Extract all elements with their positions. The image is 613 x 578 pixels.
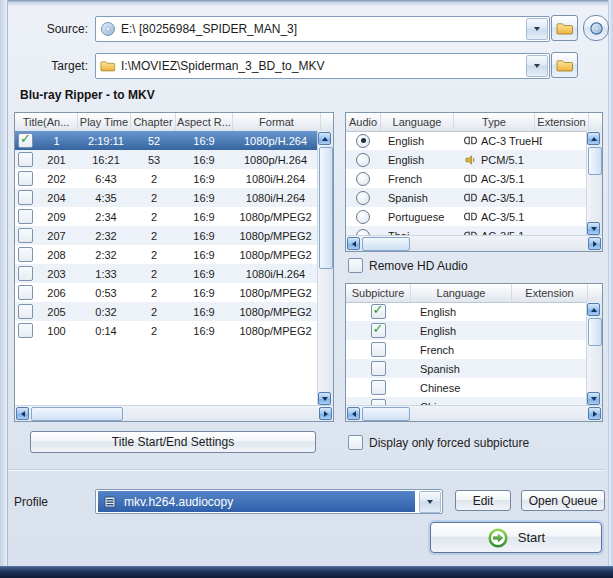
column-header[interactable]: Language	[411, 284, 512, 302]
audio-row[interactable]: EnglishPCM/5.1	[346, 150, 587, 169]
title-checkbox[interactable]	[18, 247, 33, 262]
title-row[interactable]: 1000:14216:91080p/MPEG2	[15, 321, 318, 340]
horizontal-scroll-thumb[interactable]	[362, 407, 410, 421]
title-row[interactable]: 2050:32216:91080p/MPEG2	[15, 302, 318, 321]
subpicture-checkbox[interactable]	[371, 323, 386, 338]
title-checkbox[interactable]	[18, 323, 33, 338]
scroll-down-button[interactable]	[318, 392, 331, 405]
audio-table-header: AudioLanguageTypeExtension	[346, 113, 602, 132]
subpicture-checkbox[interactable]	[371, 304, 386, 319]
vertical-scrollbar[interactable]	[317, 131, 333, 406]
subpicture-row[interactable]: Spanish	[346, 359, 587, 378]
target-dropdown-button[interactable]	[526, 55, 548, 77]
title-checkbox[interactable]	[18, 152, 33, 167]
title-row[interactable]: 12:19:115216:91080p/H.264	[15, 131, 318, 150]
subpicture-row[interactable]: French	[346, 340, 587, 359]
audio-radio-cell	[346, 207, 380, 226]
audio-row[interactable]: EnglishAC-3 TrueHD	[346, 131, 587, 150]
horizontal-scrollbar[interactable]	[346, 405, 602, 421]
title-row[interactable]: 2060:53216:91080p/MPEG2	[15, 283, 318, 302]
source-combo[interactable]: E:\ [80256984_SPIDER_MAN_3]	[95, 16, 550, 42]
scroll-left-button[interactable]	[347, 407, 360, 420]
subpicture-extension-cell	[520, 321, 587, 340]
title-start-end-settings-button[interactable]: Title Start/End Settings	[30, 431, 316, 453]
audio-radio[interactable]	[356, 134, 370, 148]
vertical-scroll-thumb[interactable]	[319, 147, 333, 269]
subpicture-checkbox[interactable]	[371, 380, 386, 395]
title-row[interactable]: 2031:33216:91080i/H.264	[15, 264, 318, 283]
open-queue-button[interactable]: Open Queue	[521, 490, 605, 511]
title-checkbox[interactable]	[18, 190, 33, 205]
forced-subpicture-checkbox[interactable]	[348, 435, 363, 450]
title-checkbox[interactable]	[18, 304, 33, 319]
scroll-right-button[interactable]	[588, 407, 601, 420]
start-button[interactable]: Start	[430, 522, 602, 553]
column-header[interactable]: Play Time	[78, 113, 131, 131]
column-header[interactable]: Title(An...	[15, 113, 78, 131]
title-row[interactable]: 2092:34216:91080p/MPEG2	[15, 207, 318, 226]
horizontal-scrollbar[interactable]	[346, 235, 602, 251]
remove-hd-audio-checkbox[interactable]	[348, 258, 363, 273]
column-header[interactable]: Chapter	[131, 113, 176, 131]
disc-drive-button[interactable]	[583, 15, 609, 41]
target-browse-button[interactable]	[551, 52, 578, 78]
remove-hd-audio-option[interactable]: Remove HD Audio	[348, 258, 468, 273]
horizontal-scroll-thumb[interactable]	[31, 407, 123, 421]
horizontal-scrollbar[interactable]	[15, 405, 333, 421]
scroll-up-button[interactable]	[318, 132, 331, 145]
source-dropdown-button[interactable]	[526, 18, 548, 40]
audio-radio[interactable]	[356, 153, 370, 167]
scroll-down-button[interactable]	[587, 222, 600, 235]
subpicture-row[interactable]: Chinese	[346, 378, 587, 397]
column-header[interactable]: Format	[233, 113, 321, 131]
scroll-down-button[interactable]	[587, 392, 600, 405]
subpicture-checkbox[interactable]	[371, 361, 386, 376]
column-header[interactable]: Audio	[346, 113, 381, 131]
target-combo[interactable]: I:\MOVIEZ\Spiderman_3_BD_to_MKV	[95, 53, 550, 79]
profile-dropdown-button[interactable]	[419, 491, 441, 513]
column-header[interactable]: Extension	[512, 284, 588, 302]
column-header[interactable]: Aspect R...	[176, 113, 233, 131]
scroll-right-button[interactable]	[319, 407, 332, 420]
title-row[interactable]: 20116:215316:91080p/H.264	[15, 150, 318, 169]
scroll-up-button[interactable]	[587, 303, 600, 316]
format-cell: 1080p/H.264	[232, 131, 318, 150]
forced-subpicture-option[interactable]: Display only forced subpicture	[348, 435, 529, 450]
scroll-left-button[interactable]	[347, 237, 360, 250]
title-checkbox[interactable]	[18, 285, 33, 300]
audio-row[interactable]: FrenchAC-3/5.1	[346, 169, 587, 188]
audio-row[interactable]: PortugueseAC-3/5.1	[346, 207, 587, 226]
audio-radio[interactable]	[356, 172, 370, 186]
vertical-scroll-thumb[interactable]	[588, 318, 602, 346]
audio-radio[interactable]	[356, 191, 370, 205]
title-checkbox[interactable]	[18, 171, 33, 186]
title-row[interactable]: 2026:43216:91080i/H.264	[15, 169, 318, 188]
column-header[interactable]: Language	[381, 113, 454, 131]
subpicture-table-body: EnglishEnglishFrenchSpanishChineseChines…	[346, 302, 587, 406]
scroll-left-button[interactable]	[16, 407, 29, 420]
vertical-scrollbar[interactable]	[586, 302, 602, 406]
title-row[interactable]: 2072:32216:91080p/MPEG2	[15, 226, 318, 245]
audio-row[interactable]: SpanishAC-3/5.1	[346, 188, 587, 207]
horizontal-scroll-thumb[interactable]	[362, 237, 410, 251]
title-checkbox[interactable]	[18, 266, 33, 281]
vertical-scroll-thumb[interactable]	[588, 147, 602, 175]
title-checkbox[interactable]	[18, 133, 33, 148]
subpicture-checkbox[interactable]	[371, 342, 386, 357]
audio-radio[interactable]	[356, 210, 370, 224]
edit-button[interactable]: Edit	[455, 490, 511, 511]
title-checkbox[interactable]	[18, 228, 33, 243]
scroll-right-button[interactable]	[588, 237, 601, 250]
column-header[interactable]: Extension	[535, 113, 589, 131]
column-header[interactable]: Type	[454, 113, 535, 131]
profile-combo[interactable]: mkv.h264.audiocopy	[95, 489, 443, 514]
subpicture-row[interactable]: English	[346, 321, 587, 340]
column-header[interactable]: Subpicture	[346, 284, 411, 302]
title-row[interactable]: 2044:35216:91080i/H.264	[15, 188, 318, 207]
source-browse-button[interactable]	[551, 15, 578, 41]
title-row[interactable]: 2082:32216:91080p/MPEG2	[15, 245, 318, 264]
vertical-scrollbar[interactable]	[586, 131, 602, 236]
title-checkbox[interactable]	[18, 209, 33, 224]
scroll-up-button[interactable]	[587, 132, 600, 145]
subpicture-row[interactable]: English	[346, 302, 587, 321]
